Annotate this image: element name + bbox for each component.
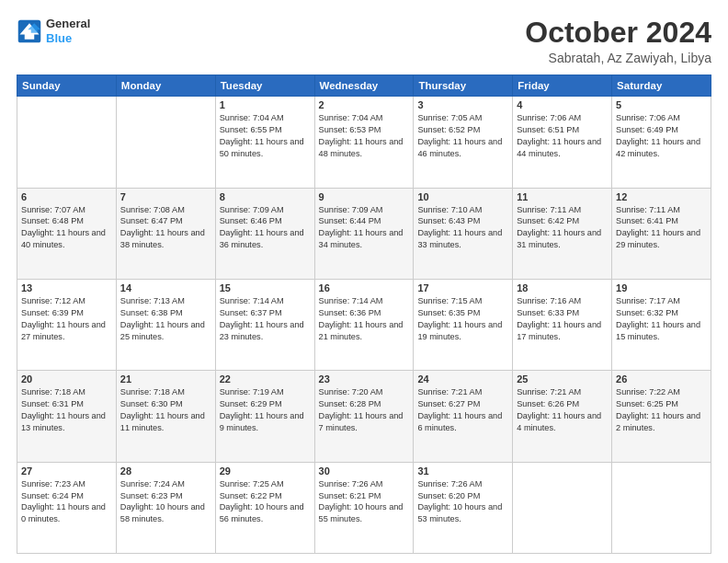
day-number: 3 <box>417 99 508 110</box>
day-number: 25 <box>517 373 608 385</box>
calendar-cell: 13Sunrise: 7:12 AM Sunset: 6:39 PM Dayli… <box>17 279 117 370</box>
day-number: 14 <box>120 282 211 293</box>
calendar-cell: 24Sunrise: 7:21 AM Sunset: 6:27 PM Dayli… <box>414 371 513 462</box>
day-info: Sunrise: 7:08 AM Sunset: 6:47 PM Dayligh… <box>120 204 211 252</box>
day-info: Sunrise: 7:06 AM Sunset: 6:49 PM Dayligh… <box>616 112 707 160</box>
day-info: Sunrise: 7:09 AM Sunset: 6:44 PM Dayligh… <box>319 204 410 252</box>
calendar-cell: 30Sunrise: 7:26 AM Sunset: 6:21 PM Dayli… <box>314 462 414 553</box>
calendar-cell: 19Sunrise: 7:17 AM Sunset: 6:32 PM Dayli… <box>612 279 711 370</box>
calendar-cell: 2Sunrise: 7:04 AM Sunset: 6:53 PM Daylig… <box>314 97 414 188</box>
day-info: Sunrise: 7:18 AM Sunset: 6:31 PM Dayligh… <box>21 386 112 434</box>
calendar-cell: 26Sunrise: 7:22 AM Sunset: 6:25 PM Dayli… <box>612 371 711 462</box>
calendar-cell <box>17 97 117 188</box>
day-info: Sunrise: 7:14 AM Sunset: 6:37 PM Dayligh… <box>220 295 311 343</box>
calendar-cell: 31Sunrise: 7:26 AM Sunset: 6:20 PM Dayli… <box>414 462 513 553</box>
day-info: Sunrise: 7:21 AM Sunset: 6:27 PM Dayligh… <box>417 386 508 434</box>
logo-text: General Blue <box>46 17 90 45</box>
day-number: 11 <box>517 191 608 202</box>
logo-line1: General <box>46 17 90 31</box>
day-info: Sunrise: 7:18 AM Sunset: 6:30 PM Dayligh… <box>120 386 211 434</box>
header: General Blue October 2024 Sabratah, Az Z… <box>17 17 711 65</box>
day-number: 16 <box>319 282 410 293</box>
week-row-5: 27Sunrise: 7:23 AM Sunset: 6:24 PM Dayli… <box>17 462 711 553</box>
day-info: Sunrise: 7:16 AM Sunset: 6:33 PM Dayligh… <box>517 295 608 343</box>
day-number: 20 <box>21 373 112 385</box>
calendar-body: 1Sunrise: 7:04 AM Sunset: 6:55 PM Daylig… <box>17 97 711 554</box>
day-number: 8 <box>220 191 311 202</box>
calendar-cell: 4Sunrise: 7:06 AM Sunset: 6:51 PM Daylig… <box>513 97 612 188</box>
day-number: 17 <box>417 282 508 293</box>
calendar-cell: 29Sunrise: 7:25 AM Sunset: 6:22 PM Dayli… <box>215 462 314 553</box>
day-info: Sunrise: 7:10 AM Sunset: 6:43 PM Dayligh… <box>417 204 508 252</box>
logo-icon <box>17 18 42 44</box>
calendar-cell: 5Sunrise: 7:06 AM Sunset: 6:49 PM Daylig… <box>612 97 711 188</box>
calendar-cell: 25Sunrise: 7:21 AM Sunset: 6:26 PM Dayli… <box>513 371 612 462</box>
day-info: Sunrise: 7:22 AM Sunset: 6:25 PM Dayligh… <box>616 386 707 434</box>
calendar-cell: 17Sunrise: 7:15 AM Sunset: 6:35 PM Dayli… <box>414 279 513 370</box>
day-info: Sunrise: 7:04 AM Sunset: 6:53 PM Dayligh… <box>319 112 410 160</box>
day-info: Sunrise: 7:19 AM Sunset: 6:29 PM Dayligh… <box>220 386 311 434</box>
calendar-cell: 27Sunrise: 7:23 AM Sunset: 6:24 PM Dayli… <box>17 462 117 553</box>
calendar-cell: 15Sunrise: 7:14 AM Sunset: 6:37 PM Dayli… <box>215 279 314 370</box>
day-info: Sunrise: 7:20 AM Sunset: 6:28 PM Dayligh… <box>319 386 410 434</box>
header-row: SundayMondayTuesdayWednesdayThursdayFrid… <box>17 75 711 97</box>
title-block: October 2024 Sabratah, Az Zawiyah, Libya <box>525 17 711 65</box>
calendar-cell: 11Sunrise: 7:11 AM Sunset: 6:42 PM Dayli… <box>513 188 612 279</box>
day-info: Sunrise: 7:26 AM Sunset: 6:21 PM Dayligh… <box>319 478 410 526</box>
day-header-monday: Monday <box>116 75 215 97</box>
day-number: 6 <box>21 191 112 202</box>
day-number: 29 <box>220 465 311 477</box>
day-info: Sunrise: 7:09 AM Sunset: 6:46 PM Dayligh… <box>220 204 311 252</box>
day-number: 4 <box>517 99 608 110</box>
day-number: 24 <box>417 373 508 385</box>
day-number: 2 <box>319 99 410 110</box>
calendar-cell: 3Sunrise: 7:05 AM Sunset: 6:52 PM Daylig… <box>414 97 513 188</box>
calendar-cell: 12Sunrise: 7:11 AM Sunset: 6:41 PM Dayli… <box>612 188 711 279</box>
day-number: 15 <box>220 282 311 293</box>
calendar-cell: 9Sunrise: 7:09 AM Sunset: 6:44 PM Daylig… <box>314 188 414 279</box>
day-info: Sunrise: 7:12 AM Sunset: 6:39 PM Dayligh… <box>21 295 112 343</box>
day-info: Sunrise: 7:07 AM Sunset: 6:48 PM Dayligh… <box>21 204 112 252</box>
day-number: 22 <box>220 373 311 385</box>
day-info: Sunrise: 7:13 AM Sunset: 6:38 PM Dayligh… <box>120 295 211 343</box>
calendar-header: SundayMondayTuesdayWednesdayThursdayFrid… <box>17 75 711 97</box>
calendar-cell <box>612 462 711 553</box>
day-number: 26 <box>616 373 707 385</box>
day-number: 30 <box>319 465 410 477</box>
calendar-cell: 20Sunrise: 7:18 AM Sunset: 6:31 PM Dayli… <box>17 371 117 462</box>
calendar-cell: 10Sunrise: 7:10 AM Sunset: 6:43 PM Dayli… <box>414 188 513 279</box>
day-number: 21 <box>120 373 211 385</box>
day-info: Sunrise: 7:26 AM Sunset: 6:20 PM Dayligh… <box>417 478 508 526</box>
calendar-cell <box>116 97 215 188</box>
subtitle: Sabratah, Az Zawiyah, Libya <box>525 51 711 65</box>
calendar-cell: 8Sunrise: 7:09 AM Sunset: 6:46 PM Daylig… <box>215 188 314 279</box>
day-info: Sunrise: 7:11 AM Sunset: 6:41 PM Dayligh… <box>616 204 707 252</box>
day-info: Sunrise: 7:24 AM Sunset: 6:23 PM Dayligh… <box>120 478 211 526</box>
calendar-cell: 18Sunrise: 7:16 AM Sunset: 6:33 PM Dayli… <box>513 279 612 370</box>
calendar-cell: 14Sunrise: 7:13 AM Sunset: 6:38 PM Dayli… <box>116 279 215 370</box>
day-number: 27 <box>21 465 112 477</box>
day-number: 19 <box>616 282 707 293</box>
day-info: Sunrise: 7:11 AM Sunset: 6:42 PM Dayligh… <box>517 204 608 252</box>
day-number: 31 <box>417 465 508 477</box>
logo: General Blue <box>17 17 90 45</box>
day-header-sunday: Sunday <box>17 75 117 97</box>
calendar-cell: 28Sunrise: 7:24 AM Sunset: 6:23 PM Dayli… <box>116 462 215 553</box>
page: General Blue October 2024 Sabratah, Az Z… <box>0 0 728 563</box>
week-row-3: 13Sunrise: 7:12 AM Sunset: 6:39 PM Dayli… <box>17 279 711 370</box>
week-row-4: 20Sunrise: 7:18 AM Sunset: 6:31 PM Dayli… <box>17 371 711 462</box>
calendar-cell: 1Sunrise: 7:04 AM Sunset: 6:55 PM Daylig… <box>215 97 314 188</box>
day-number: 13 <box>21 282 112 293</box>
day-info: Sunrise: 7:05 AM Sunset: 6:52 PM Dayligh… <box>417 112 508 160</box>
week-row-1: 1Sunrise: 7:04 AM Sunset: 6:55 PM Daylig… <box>17 97 711 188</box>
calendar-cell <box>513 462 612 553</box>
calendar-cell: 6Sunrise: 7:07 AM Sunset: 6:48 PM Daylig… <box>17 188 117 279</box>
day-number: 1 <box>220 99 311 110</box>
calendar-cell: 7Sunrise: 7:08 AM Sunset: 6:47 PM Daylig… <box>116 188 215 279</box>
calendar-cell: 21Sunrise: 7:18 AM Sunset: 6:30 PM Dayli… <box>116 371 215 462</box>
day-header-saturday: Saturday <box>612 75 711 97</box>
day-number: 28 <box>120 465 211 477</box>
day-info: Sunrise: 7:06 AM Sunset: 6:51 PM Dayligh… <box>517 112 608 160</box>
day-number: 10 <box>417 191 508 202</box>
day-header-thursday: Thursday <box>414 75 513 97</box>
